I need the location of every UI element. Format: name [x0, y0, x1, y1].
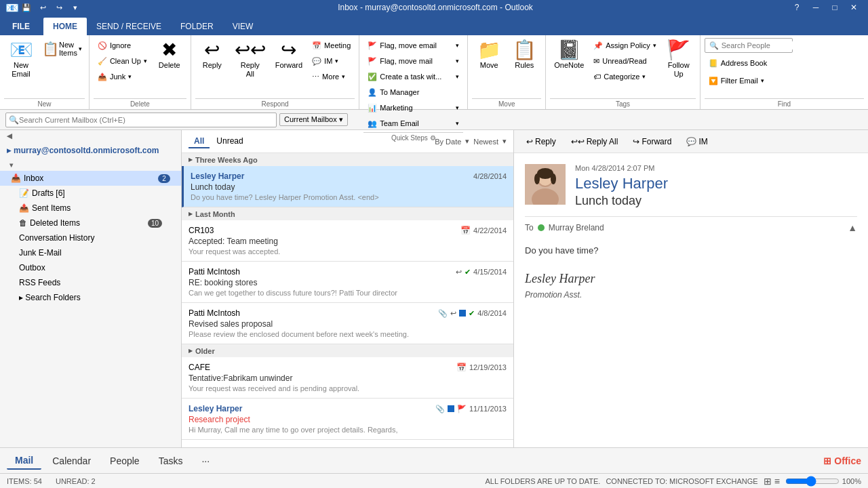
meeting-button[interactable]: 📅 Meeting	[308, 38, 355, 53]
email-item[interactable]: Lesley Harper 4/28/2014 Lunch today Do y…	[182, 166, 513, 207]
view-normal-button[interactable]: ⊞	[764, 476, 772, 487]
reading-reply-all-button[interactable]: ↩↩ Reply All	[566, 135, 624, 148]
sidebar-account[interactable]: ▸ murray@contosoltd.onmicrosoft.com	[0, 142, 181, 159]
search-scope-dropdown[interactable]: Current Mailbox ▾	[279, 113, 348, 126]
email-item[interactable]: Patti McIntosh 📎 ↩ ✔ 4/8/2014 Revised sa…	[182, 303, 513, 344]
forward-button[interactable]: ↪ Forward	[271, 38, 307, 73]
ribbon-group-respond: ↩ Reply ↩↩ ReplyAll ↪ Forward 📅 Meeting …	[191, 35, 359, 109]
new-items-label: NewItems	[59, 41, 77, 57]
email-subject: Revised sales proposal	[189, 319, 507, 329]
ignore-button[interactable]: 🚫 Ignore	[94, 38, 151, 53]
email-item[interactable]: Patti McIntosh ↩ ✔ 4/15/2014 RE: booking…	[182, 262, 513, 303]
rules-button[interactable]: 📋 Rules	[507, 38, 541, 73]
view-reading-button[interactable]: ≡	[774, 476, 780, 487]
tab-send-receive[interactable]: SEND / RECEIVE	[87, 18, 171, 35]
assign-policy-button[interactable]: 📌 Assign Policy ▾	[589, 38, 660, 53]
email-subject: Lunch today	[191, 182, 507, 192]
redo-button[interactable]: ↪	[52, 1, 66, 14]
email-item[interactable]: CAFE 📅 12/19/2013 Tentative:Fabrikam unw…	[182, 357, 513, 399]
reading-reply-icon: ↩	[526, 137, 533, 146]
email-item[interactable]: Lesley Harper 📎 🚩 11/11/2013 Research pr…	[182, 399, 513, 440]
email-preview: Do you have time? Lesley Harper Promotio…	[191, 193, 507, 201]
nav-item-calendar[interactable]: Calendar	[44, 453, 99, 469]
create-task-button[interactable]: ✅ Create a task wit... ▾	[363, 69, 463, 84]
nav-item-mail[interactable]: Mail	[7, 452, 41, 470]
delete-button[interactable]: ✖ Delete	[153, 38, 186, 73]
unread-read-button[interactable]: ✉ Unread/Read	[589, 54, 660, 68]
filter-tab-unread[interactable]: Unread	[211, 135, 248, 148]
search-input-wrap[interactable]: 🔍	[5, 113, 277, 127]
search-input[interactable]	[19, 116, 273, 124]
reading-im-label: IM	[698, 137, 707, 146]
new-items-button[interactable]: 📋 NewItems ▾	[39, 38, 85, 60]
reading-reply-button[interactable]: ↩ Reply	[521, 135, 561, 148]
junk-button[interactable]: 📤 Junk ▾	[94, 69, 151, 84]
delete-label: Delete	[159, 61, 180, 70]
nav-more-button[interactable]: ···	[193, 453, 218, 469]
marketing-label: Marketing	[380, 104, 412, 112]
save-button[interactable]: 💾	[19, 1, 34, 14]
email-preview: Please review the enclosed document befo…	[189, 330, 507, 338]
onenote-button[interactable]: 📓 OneNote	[550, 38, 588, 73]
ribbon-group-tags: 📓 OneNote 📌 Assign Policy ▾ ✉ Unread/Rea…	[546, 35, 700, 109]
tab-file[interactable]: FILE	[1, 18, 41, 35]
sidebar-collapse-button[interactable]: ◀	[0, 130, 181, 142]
to-manager-button[interactable]: 👤 To Manager	[363, 85, 463, 100]
email-list-scroll[interactable]: ▸ Three Weeks Ago Lesley Harper 4/28/201…	[182, 153, 513, 447]
flag-move-email-button[interactable]: 🚩 Flag, move email ▾	[363, 38, 463, 53]
sidebar-item-drafts[interactable]: 📝 Drafts [6]	[0, 186, 181, 201]
close-button[interactable]: ✕	[845, 1, 863, 14]
reply-button[interactable]: ↩ Reply	[195, 38, 229, 73]
reading-forward-button[interactable]: ↪ Forward	[627, 135, 677, 148]
collapse-expand-button[interactable]: ▲	[848, 222, 857, 233]
clean-up-button[interactable]: 🧹 Clean Up ▾	[94, 54, 151, 68]
nav-item-people[interactable]: People	[102, 453, 148, 469]
sidebar-item-inbox[interactable]: 📥 Inbox 2	[0, 171, 181, 186]
sidebar-item-sent[interactable]: 📤 Sent Items	[0, 201, 181, 216]
sidebar-item-search-folders[interactable]: ▸ Search Folders	[0, 290, 181, 305]
minimize-button[interactable]: ─	[807, 1, 825, 14]
team-email-button[interactable]: 👥 Team Email ▾	[363, 116, 463, 131]
restore-button[interactable]: □	[826, 1, 844, 14]
address-book-button[interactable]: 📒 Address Book	[705, 56, 771, 70]
reading-im-button[interactable]: 💬 IM	[681, 135, 713, 148]
zoom-slider[interactable]	[785, 476, 840, 487]
inbox-group-toggle[interactable]: ▾	[0, 159, 181, 171]
im-button[interactable]: 💬 IM ▾	[308, 54, 355, 68]
email-preview: Your request was received and is pending…	[189, 384, 507, 392]
search-people-input[interactable]: 🔍	[705, 38, 793, 53]
nav-item-tasks[interactable]: Tasks	[151, 453, 191, 469]
unread-read-icon: ✉	[593, 57, 599, 66]
junk-label: Junk	[110, 73, 125, 81]
reply-icon2: ↩	[450, 309, 456, 318]
filter-tab-all[interactable]: All	[189, 135, 210, 148]
sidebar-item-junk[interactable]: Junk E-Mail	[0, 245, 181, 260]
tab-folder[interactable]: FOLDER	[171, 18, 223, 35]
qat-customize-button[interactable]: ▾	[68, 1, 83, 14]
email-item[interactable]: CR103 📅 4/22/2014 Accepted: Team meeting…	[182, 220, 513, 262]
new-email-button[interactable]: 📧 NewEmail	[4, 38, 38, 81]
more-respond-button[interactable]: ⋯ More ▾	[308, 69, 355, 84]
help-button[interactable]: ?	[788, 1, 806, 14]
marketing-button[interactable]: 📊 Marketing ▾	[363, 100, 463, 115]
office-logo: ⊞ Office	[823, 455, 861, 466]
reply-all-button[interactable]: ↩↩ ReplyAll	[231, 38, 270, 81]
undo-button[interactable]: ↩	[35, 1, 50, 14]
sidebar-item-conversation-history[interactable]: Conversation History	[0, 230, 181, 245]
categorize-button[interactable]: 🏷 Categorize ▾	[589, 69, 660, 84]
move-button[interactable]: 📁 Move	[472, 38, 506, 73]
tab-view[interactable]: VIEW	[223, 18, 263, 35]
follow-up-button[interactable]: 🚩 FollowUp	[662, 38, 696, 81]
ribbon-group-new: 📧 NewEmail 📋 NewItems ▾ New	[0, 35, 90, 109]
flag-move-mail-button[interactable]: 🚩 Flag, move mail ▾	[363, 54, 463, 68]
sidebar-item-rss[interactable]: RSS Feeds	[0, 275, 181, 290]
search-scope-label: Current Mailbox	[284, 115, 337, 123]
zoom-level: 100%	[842, 477, 861, 485]
tab-home[interactable]: HOME	[43, 18, 87, 35]
filter-email-button[interactable]: 🔽 Filter Email ▾	[705, 73, 768, 88]
search-people-field[interactable]	[722, 41, 815, 49]
sort-controls[interactable]: By Date ▾ Newest ▾	[435, 137, 507, 146]
sidebar-item-outbox[interactable]: Outbox	[0, 260, 181, 275]
sidebar-item-deleted[interactable]: 🗑 Deleted Items 10	[0, 216, 181, 230]
reading-reply-all-icon: ↩↩	[571, 137, 585, 146]
